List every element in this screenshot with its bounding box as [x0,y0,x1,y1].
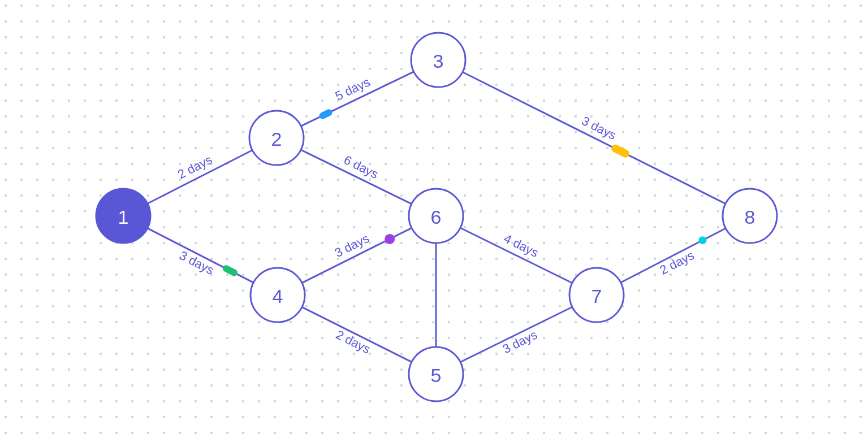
svg-point-1143 [685,321,688,323]
svg-point-727 [195,210,197,212]
svg-point-552 [36,163,38,165]
svg-point-1474 [701,416,703,418]
svg-point-93 [606,20,608,23]
svg-point-105 [796,20,798,23]
svg-point-256 [575,68,577,70]
svg-point-1158 [52,337,54,339]
svg-point-1524 [622,432,624,434]
svg-point-1313 [765,368,767,371]
svg-point-239 [305,68,308,70]
svg-point-290 [242,84,244,86]
svg-point-229 [147,68,149,70]
svg-point-1369 [780,384,783,387]
svg-point-40 [638,5,640,7]
svg-point-221 [20,68,23,70]
svg-point-1135 [559,321,561,323]
node-label: 1 [118,206,129,228]
svg-point-769 [860,210,862,212]
svg-point-1222 [195,353,197,355]
svg-point-241 [337,68,339,70]
svg-point-715 [5,210,7,212]
svg-point-169 [68,52,70,54]
svg-point-983 [765,274,767,276]
svg-point-266 [733,68,735,70]
svg-point-0 [5,5,7,7]
svg-point-1039 [780,289,783,292]
svg-point-1203 [765,337,767,339]
svg-point-533 [606,147,608,149]
svg-point-314 [622,84,624,86]
svg-point-880 [5,258,7,260]
svg-point-1250 [638,353,640,355]
svg-point-744 [464,210,466,212]
svg-point-757 [670,210,672,212]
svg-point-348 [290,99,292,102]
svg-point-436 [812,115,814,118]
svg-point-1507 [353,432,355,434]
svg-point-802 [511,226,513,228]
svg-point-252 [511,68,513,70]
svg-point-510 [242,147,244,149]
svg-point-1106 [100,321,102,323]
svg-point-698 [606,194,608,197]
svg-point-994 [68,289,70,292]
svg-point-1217 [115,353,118,355]
svg-point-279 [68,84,70,86]
svg-point-809 [622,226,624,228]
svg-point-936 [20,274,23,276]
svg-point-1498 [210,432,213,434]
svg-point-568 [290,163,292,165]
edge-label-n2-n6: 6 days [342,153,381,181]
svg-point-1160 [84,337,86,339]
svg-point-106 [812,20,814,23]
svg-point-1020 [480,289,482,292]
svg-point-1042 [828,289,830,292]
svg-point-829 [68,242,70,244]
svg-point-808 [606,226,608,228]
svg-point-208 [685,52,688,54]
svg-point-607 [36,179,38,181]
svg-point-1156 [20,337,23,339]
svg-point-1221 [179,353,181,355]
svg-point-1503 [290,432,292,434]
svg-point-129 [305,36,308,38]
marker [385,234,395,244]
svg-point-328 [844,84,846,86]
svg-point-557 [115,163,118,165]
svg-point-929 [780,258,783,260]
svg-point-1225 [242,353,244,355]
svg-point-1515 [480,432,482,434]
svg-point-793 [369,226,371,228]
svg-point-531 [575,147,577,149]
svg-point-435 [796,115,798,118]
edge-label-n4-n5: 2 days [334,327,373,356]
svg-point-885 [84,258,86,260]
svg-point-175 [163,52,165,54]
svg-point-693 [527,194,529,197]
svg-point-1397 [353,400,355,402]
svg-point-909 [464,258,466,260]
svg-point-551 [20,163,23,165]
svg-point-268 [765,68,767,70]
svg-point-1194 [622,337,624,339]
svg-point-35 [559,5,561,7]
svg-point-671 [179,194,181,197]
svg-point-96 [654,20,656,23]
svg-point-1376 [20,400,23,402]
svg-point-1172 [274,337,276,339]
svg-point-339 [147,99,149,102]
svg-point-1423 [765,400,767,402]
svg-point-1404 [464,400,466,402]
svg-point-329 [860,84,862,86]
svg-point-1243 [527,353,529,355]
svg-point-1154 [860,321,862,323]
svg-point-1264 [860,353,862,355]
svg-point-1501 [258,432,260,434]
svg-point-1396 [337,400,339,402]
svg-point-1286 [337,368,339,371]
svg-point-862 [590,242,593,244]
svg-point-925 [717,258,719,260]
svg-point-866 [654,242,656,244]
svg-point-1010 [321,289,323,292]
svg-point-601 [812,163,814,165]
